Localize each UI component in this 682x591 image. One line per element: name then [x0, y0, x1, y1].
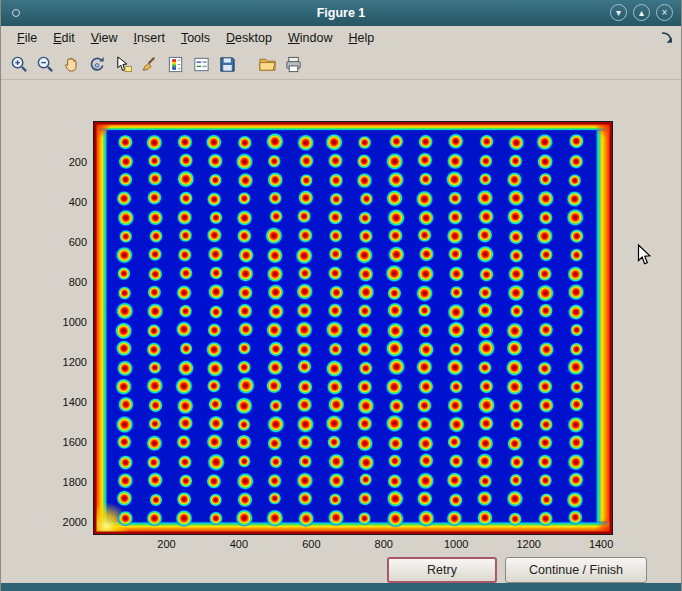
y-tick-label: 1200: [45, 356, 87, 368]
window-controls: ▾▴×: [610, 4, 673, 21]
menu-item-file[interactable]: File: [9, 28, 45, 48]
menu-item-desktop[interactable]: Desktop: [218, 28, 280, 48]
dock-figure-icon[interactable]: [660, 31, 674, 45]
retry-button[interactable]: Retry: [387, 557, 497, 583]
heatmap-canvas[interactable]: [94, 122, 612, 534]
y-tick-label: 400: [45, 196, 87, 208]
figure-toolbar: [1, 50, 681, 80]
mouse-cursor: [637, 244, 652, 266]
y-tick-label: 2000: [45, 516, 87, 528]
menu-item-window[interactable]: Window: [280, 28, 340, 48]
window-title: Figure 1: [1, 0, 681, 26]
y-tick-label: 200: [45, 156, 87, 168]
x-tick-label: 600: [302, 538, 320, 550]
y-tick-label: 1400: [45, 396, 87, 408]
menubar: FileEditViewInsertToolsDesktopWindowHelp: [1, 26, 681, 50]
toolbar-separator: [241, 53, 253, 77]
y-tick-label: 1000: [45, 316, 87, 328]
window-bottom-border: [1, 583, 681, 591]
menu-item-view[interactable]: View: [83, 28, 126, 48]
continue-finish-button[interactable]: Continue / Finish: [505, 557, 647, 583]
y-tick-label: 800: [45, 276, 87, 288]
maximize-button[interactable]: ▴: [633, 4, 650, 21]
figure-axes-image[interactable]: [93, 121, 613, 535]
print-icon[interactable]: [281, 53, 305, 77]
brush-icon[interactable]: [137, 53, 161, 77]
x-tick-label: 800: [375, 538, 393, 550]
close-button[interactable]: ×: [656, 4, 673, 21]
x-tick-label: 400: [230, 538, 248, 550]
minimize-button[interactable]: ▾: [610, 4, 627, 21]
menu-item-insert[interactable]: Insert: [126, 28, 173, 48]
titlebar: Figure 1 ▾▴×: [1, 0, 681, 26]
zoom-in-icon[interactable]: [7, 53, 31, 77]
y-tick-label: 1600: [45, 436, 87, 448]
x-tick-label: 1000: [444, 538, 468, 550]
colorbar-icon[interactable]: [163, 53, 187, 77]
figure-window: Figure 1 ▾▴× FileEditViewInsertToolsDesk…: [0, 0, 682, 591]
x-tick-label: 200: [157, 538, 175, 550]
zoom-out-icon[interactable]: [33, 53, 57, 77]
menu-item-help[interactable]: Help: [340, 28, 382, 48]
y-tick-label: 1800: [45, 476, 87, 488]
menu-item-edit[interactable]: Edit: [45, 28, 83, 48]
legend-icon[interactable]: [189, 53, 213, 77]
x-tick-label: 1400: [589, 538, 613, 550]
pan-icon[interactable]: [59, 53, 83, 77]
y-tick-label: 600: [45, 236, 87, 248]
save-icon[interactable]: [215, 53, 239, 77]
x-tick-label: 1200: [516, 538, 540, 550]
menu-item-tools[interactable]: Tools: [173, 28, 218, 48]
open-icon[interactable]: [255, 53, 279, 77]
data-cursor-icon[interactable]: [111, 53, 135, 77]
rotate-3d-icon[interactable]: [85, 53, 109, 77]
